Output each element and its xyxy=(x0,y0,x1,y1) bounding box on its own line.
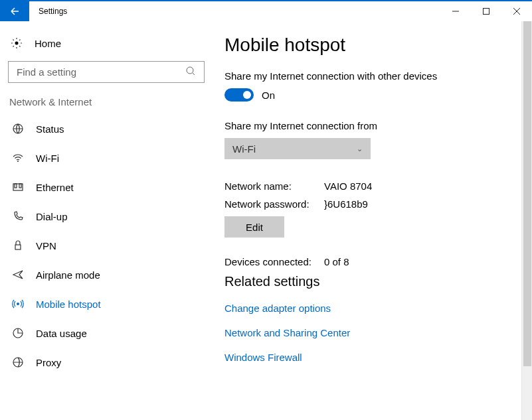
sidebar-item-label: Proxy xyxy=(36,357,61,368)
sidebar-item-label: VPN xyxy=(36,240,56,251)
page-title: Mobile hotspot xyxy=(224,35,513,56)
titlebar: Settings xyxy=(0,0,532,21)
search-icon xyxy=(185,66,196,79)
link-windows-firewall[interactable]: Windows Firewall xyxy=(224,352,513,363)
svg-rect-7 xyxy=(19,184,21,188)
search-box[interactable] xyxy=(8,61,205,83)
hotspot-icon xyxy=(12,298,24,310)
edit-button-label: Edit xyxy=(246,222,263,233)
edit-button[interactable]: Edit xyxy=(224,216,284,238)
link-adapter-options[interactable]: Change adapter options xyxy=(224,303,513,314)
network-name-label: Network name: xyxy=(224,180,324,192)
devices-label: Devices connected: xyxy=(224,256,324,267)
sidebar-item-vpn[interactable]: VPN xyxy=(8,231,198,260)
devices-value: 0 of 8 xyxy=(324,256,349,267)
airplane-icon xyxy=(12,269,24,281)
vpn-icon xyxy=(12,240,24,251)
sidebar-item-label: Dial-up xyxy=(36,211,68,222)
sidebar-item-label: Wi-Fi xyxy=(36,153,59,164)
svg-point-2 xyxy=(187,67,193,74)
sidebar-item-proxy[interactable]: Proxy xyxy=(8,348,198,377)
svg-rect-0 xyxy=(484,9,489,15)
back-button[interactable] xyxy=(0,1,29,21)
svg-point-1 xyxy=(15,42,19,45)
share-from-label: Share my Internet connection from xyxy=(224,120,513,131)
sidebar-home[interactable]: Home xyxy=(8,33,198,61)
svg-point-4 xyxy=(17,161,19,162)
search-input[interactable] xyxy=(17,66,185,78)
share-toggle[interactable] xyxy=(224,88,254,102)
chevron-down-icon: ⌄ xyxy=(357,145,363,153)
share-from-value: Wi-Fi xyxy=(232,143,256,155)
network-password-label: Network password: xyxy=(224,198,324,210)
content-area: Mobile hotspot Share my Internet connect… xyxy=(206,21,532,420)
share-from-select[interactable]: Wi-Fi ⌄ xyxy=(224,138,371,159)
sidebar-item-status[interactable]: Status xyxy=(8,114,198,143)
gear-icon xyxy=(11,37,23,49)
globe-icon xyxy=(12,123,24,135)
scrollbar[interactable] xyxy=(521,21,532,420)
sidebar-item-airplane[interactable]: Airplane mode xyxy=(8,260,198,289)
toggle-state: On xyxy=(262,90,275,101)
wifi-icon xyxy=(12,152,24,164)
home-label: Home xyxy=(35,38,61,49)
network-name-value: VAIO 8704 xyxy=(324,180,372,192)
sidebar-item-label: Airplane mode xyxy=(36,269,100,281)
sidebar-item-label: Status xyxy=(36,123,64,135)
sidebar-item-hotspot[interactable]: Mobile hotspot xyxy=(8,289,198,318)
proxy-icon xyxy=(12,356,24,368)
data-usage-icon xyxy=(12,327,24,339)
sidebar: Home Network & Internet Status Wi-Fi Eth… xyxy=(0,21,206,420)
share-label: Share my Internet connection with other … xyxy=(224,70,513,82)
sidebar-section-label: Network & Internet xyxy=(8,96,198,114)
svg-rect-6 xyxy=(15,184,17,188)
close-button[interactable] xyxy=(501,1,532,21)
sidebar-item-label: Ethernet xyxy=(36,182,74,193)
svg-rect-8 xyxy=(15,245,21,249)
sidebar-item-data-usage[interactable]: Data usage xyxy=(8,318,198,348)
svg-point-9 xyxy=(17,303,19,305)
network-password-value: }6U618b9 xyxy=(324,198,368,210)
minimize-button[interactable] xyxy=(440,1,471,21)
sidebar-item-label: Mobile hotspot xyxy=(36,299,101,310)
scrollbar-thumb[interactable] xyxy=(523,21,531,366)
phone-icon xyxy=(12,210,24,222)
sidebar-item-label: Data usage xyxy=(36,328,87,339)
sidebar-item-wifi[interactable]: Wi-Fi xyxy=(8,143,198,173)
sidebar-item-dialup[interactable]: Dial-up xyxy=(8,202,198,231)
related-settings-title: Related settings xyxy=(224,274,513,289)
window-title: Settings xyxy=(29,1,76,21)
ethernet-icon xyxy=(12,181,24,193)
link-network-sharing[interactable]: Network and Sharing Center xyxy=(224,327,513,338)
sidebar-item-ethernet[interactable]: Ethernet xyxy=(8,173,198,202)
maximize-button[interactable] xyxy=(471,1,501,21)
